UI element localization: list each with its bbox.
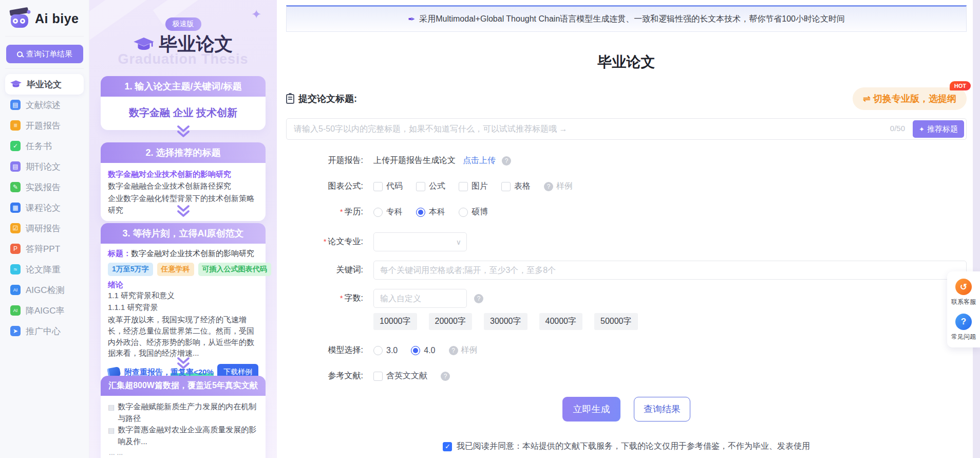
radio-model-3[interactable]: 3.0: [373, 346, 398, 355]
chip-10000[interactable]: 10000字: [373, 313, 417, 330]
help-icon[interactable]: ?: [449, 346, 458, 355]
keywords-input[interactable]: [373, 261, 967, 280]
sidebar-item-defense-ppt[interactable]: P 答辩PPT: [5, 239, 84, 259]
radio-icon: [373, 208, 383, 217]
radio-model-4[interactable]: 4.0: [411, 346, 435, 355]
thesis-form: 开题报告: 上传开题报告生成论文 点击上传 ? 图表公式: 代码 公式 图片 表…: [286, 155, 967, 381]
faq-button[interactable]: ? 常见问题: [951, 314, 976, 341]
logo[interactable]: Ai biye: [5, 6, 84, 36]
chip-30000[interactable]: 30000字: [484, 313, 527, 330]
document-icon: ≡: [10, 120, 21, 131]
promo-title: 毕业论文: [89, 32, 277, 57]
quill-icon: ✒: [408, 14, 415, 25]
literature-header: 汇集超800W篇数据，覆盖近5年真实文献: [101, 376, 266, 396]
sidebar-item-course-paper[interactable]: ▦ 课程论文: [5, 197, 84, 218]
step3-header: 3. 等待片刻，立得AI原创范文: [101, 223, 266, 244]
checkbox-icon: [416, 182, 425, 191]
sidebar-item-promotion-center[interactable]: ➤ 推广中心: [5, 321, 84, 341]
chevron-down-icon: [176, 357, 191, 370]
radio-icon: [459, 208, 468, 217]
required-asterisk: *: [340, 207, 343, 216]
sidebar-item-task-book[interactable]: ✓ 任务书: [5, 136, 84, 156]
checkbox-icon: [459, 182, 468, 191]
checkbox-image[interactable]: 图片: [459, 181, 488, 192]
recommend-title-button[interactable]: ✦ 推荐标题: [913, 120, 964, 138]
model-row: 模型选择: 3.0 4.0 ? 样例: [286, 345, 967, 356]
submit-title-label: 提交论文标题:: [286, 93, 357, 105]
checkbox-icon: [373, 372, 383, 381]
page-edge-strip: [973, 0, 980, 458]
sidebar-item-literature-review[interactable]: ▤ 文献综述: [5, 95, 84, 115]
switch-pro-button[interactable]: ⇌ 切换专业版，选提纲 HOT: [853, 87, 967, 110]
checkbox-icon: [501, 182, 511, 191]
sidebar-item-proposal-report[interactable]: ≡ 开题报告: [5, 115, 84, 136]
doc-icon: ▤: [108, 425, 115, 436]
cta-row: 立即生成 查询结果: [286, 397, 967, 422]
radio-selected-icon: [416, 208, 425, 217]
paper-plane-icon: ➤: [10, 326, 21, 336]
sample-link[interactable]: 样例: [556, 181, 573, 192]
radio-bachelor[interactable]: 本科: [416, 207, 445, 217]
hot-badge: HOT: [950, 81, 971, 90]
sidebar-item-thesis[interactable]: 毕业论文: [5, 74, 84, 95]
chip-20000[interactable]: 20000字: [429, 313, 473, 330]
sidebar-item-practice-report[interactable]: ✎ 实践报告: [5, 177, 84, 197]
recommended-title[interactable]: 数字金融对企业技术创新的影响研究: [108, 168, 258, 180]
checkbox-formula[interactable]: 公式: [416, 181, 445, 192]
sidebar-item-aigc-detect[interactable]: AI AIGC检测: [5, 280, 84, 300]
sparkle-icon: ✦: [919, 125, 925, 133]
upload-link[interactable]: 点击上传: [463, 155, 496, 166]
sample-title-row: 标题：数字金融对企业技术创新的影响研究: [108, 249, 258, 259]
sidebar-item-survey-report[interactable]: ☑ 调研报告: [5, 218, 84, 239]
search-icon: [17, 51, 23, 57]
ai-detect-icon: AI: [10, 285, 21, 295]
help-icon[interactable]: ?: [502, 156, 511, 166]
help-icon[interactable]: ?: [441, 372, 450, 381]
tag-any-subject: 任意学科: [157, 263, 194, 276]
checklist-icon: ☑: [10, 223, 21, 233]
sparkle-icon: ✦: [251, 7, 261, 22]
title-input[interactable]: [286, 118, 967, 140]
recommended-title[interactable]: 数字金融融合企业技术创新路径探究: [108, 180, 258, 192]
sidebar-item-reduce-aigc[interactable]: AI 降AIGC率: [5, 300, 84, 321]
references-row: 参考文献: 含英文文献 ?: [286, 371, 967, 381]
checkbox-english-refs[interactable]: 含英文文献: [373, 371, 427, 381]
literature-more: ... ...: [109, 448, 258, 456]
radio-master[interactable]: 硕博: [459, 207, 488, 217]
sidebar-item-dedup[interactable]: ≈ 论文降重: [5, 259, 84, 280]
literature-item: ▤ 数字金融赋能新质生产力发展的内在机制与路径: [108, 401, 258, 424]
wordcount-input[interactable]: [373, 289, 467, 308]
promo-step1: 1. 输入论文主题/关键词/标题 数字金融 企业 技术创新: [101, 76, 266, 130]
chip-50000[interactable]: 50000字: [594, 313, 638, 330]
chevron-down-icon: [176, 205, 191, 218]
radio-associate[interactable]: 专科: [373, 207, 403, 217]
chip-40000[interactable]: 40000字: [539, 313, 583, 330]
graduation-cap-icon: [134, 38, 154, 52]
outline-line: 1.1.1 研究背景: [108, 302, 258, 314]
query-result-button[interactable]: 查询结果: [634, 397, 690, 422]
help-icon[interactable]: ?: [544, 182, 553, 191]
generate-button[interactable]: 立即生成: [562, 397, 620, 422]
brand-name: Ai biye: [35, 11, 79, 26]
proposal-row: 开题报告: 上传开题报告生成论文 点击上传 ?: [286, 155, 967, 166]
doc-icon: ▤: [108, 402, 115, 413]
clipboard-check-icon: ✓: [10, 141, 21, 151]
sample-link[interactable]: 样例: [461, 345, 478, 356]
literature-panel: 汇集超800W篇数据，覆盖近5年真实文献 ▤ 数字金融赋能新质生产力发展的内在机…: [101, 376, 266, 458]
literature-item: ▤ 数字普惠金融对农业企业高质量发展的影响及作...: [108, 424, 258, 447]
keywords-row: 关键词:: [286, 261, 967, 280]
major-select[interactable]: ∨: [373, 232, 467, 251]
contact-support-button[interactable]: ↺ 联系客服: [951, 279, 976, 306]
query-order-button[interactable]: 查询订单结果: [6, 45, 83, 63]
sample-body-text: 改革开放以来，我国实现了经济的飞速增长，经济总量位居世界第二位。然而，受国内外政…: [108, 314, 258, 359]
notebook-icon: ▦: [10, 203, 21, 213]
sidebar-item-journal-paper[interactable]: ▤ 期刊论文: [5, 156, 84, 177]
checkbox-table[interactable]: 表格: [501, 181, 531, 192]
ai-badge-icon: AI: [10, 305, 21, 316]
chart-wave-icon: ≈: [10, 264, 21, 274]
outline-line: 1.1 研究背景和意义: [108, 290, 258, 302]
help-icon[interactable]: ?: [474, 294, 483, 303]
checkbox-code[interactable]: 代码: [373, 181, 403, 192]
agreement-checkbox[interactable]: [443, 442, 452, 451]
customer-service-icon: ↺: [955, 279, 972, 295]
